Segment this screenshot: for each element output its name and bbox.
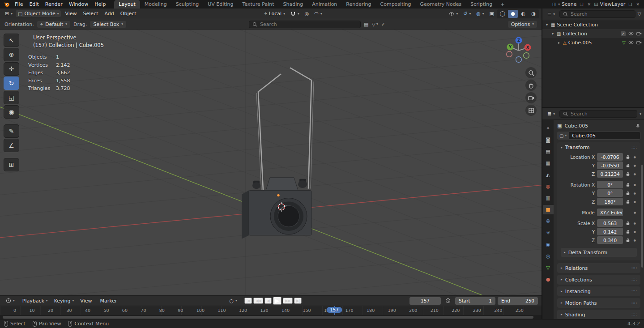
drag-handle-icon[interactable]: ∷∷ [632, 301, 637, 305]
properties-tab-collection[interactable]: ▥ [543, 193, 554, 203]
xray-toggle[interactable]: ▣ [487, 11, 496, 17]
app-menu-item[interactable]: Render [42, 0, 66, 9]
transform-value-field[interactable]: -0.0706▾ [597, 153, 623, 161]
timeline-ruler[interactable]: 0102030405060708090100110120130140150160… [0, 306, 542, 315]
outliner-filter-icon[interactable]: ▽ [638, 11, 641, 17]
properties-tab-material[interactable]: ● [543, 275, 554, 284]
lock-icon[interactable] [625, 230, 631, 234]
playhead-badge[interactable]: 157 [326, 307, 342, 313]
timeline-scrollbar[interactable] [0, 315, 542, 319]
app-menu-item[interactable]: Window [66, 0, 91, 9]
tool-search-input[interactable] [260, 21, 357, 27]
tool-annotate[interactable]: ✎ [4, 124, 19, 138]
lock-icon[interactable] [625, 200, 631, 204]
delete-scene-button[interactable]: ✕ [587, 2, 592, 7]
animate-decorator-icon[interactable]: ● [633, 211, 637, 214]
animate-decorator-icon[interactable]: ● [633, 200, 637, 203]
viewport-menu-item[interactable]: Add [102, 11, 117, 17]
hide-viewport-eye-icon[interactable] [628, 40, 634, 45]
transport-next-keyframe[interactable]: ▶▶ [283, 298, 293, 304]
properties-editor-type-button[interactable]: ≣ ▾ [545, 111, 557, 117]
transport-jump-to-end[interactable]: ▶| [294, 298, 302, 304]
pin-icon[interactable] [635, 124, 640, 128]
editor-type-button[interactable]: ⊞ ▾ [3, 11, 15, 17]
timeline-menu-item[interactable]: View [77, 298, 97, 304]
properties-scrollbar[interactable] [641, 165, 643, 268]
lock-icon[interactable] [625, 183, 631, 187]
view-layer-selector[interactable]: ▤ ViewLayer [594, 1, 625, 7]
expand-icon[interactable]: ▾ [550, 32, 555, 36]
auto-keying-toggle[interactable]: ○ ▾ [227, 298, 239, 304]
properties-tab-world[interactable]: ◍ [543, 182, 554, 191]
transform-value-field[interactable]: 0.563▾ [597, 219, 623, 227]
collapsed-panel[interactable]: ▸ Shading ∷∷ [557, 310, 640, 319]
scene-selector[interactable]: ◫ ▾ Scene [552, 1, 577, 7]
shading-material-preview[interactable]: ◐ [518, 10, 528, 18]
animate-decorator-icon[interactable]: ● [633, 239, 637, 242]
object-id-selector[interactable]: ▢ ▾ [557, 132, 569, 140]
disable-render-camera-icon[interactable] [636, 40, 642, 45]
properties-tab-particles[interactable]: ✳ [543, 228, 554, 238]
viewport-menu-item[interactable]: Object [117, 11, 140, 17]
show-overlays-toggle[interactable]: ◍ ▾ [474, 11, 486, 17]
breadcrumb-object-name[interactable]: Cube.005 [564, 123, 588, 129]
timeline-menu-item[interactable]: Keying▾ [51, 298, 77, 304]
tool-search[interactable] [249, 21, 361, 28]
transform-value-field[interactable]: 0°▾ [597, 189, 623, 197]
properties-tab-data[interactable]: ▽ [543, 263, 554, 273]
properties-tab-tool[interactable]: ⌖ [543, 124, 554, 133]
workspace-tab[interactable]: Texture Paint [238, 0, 279, 9]
properties-tab-view-layer[interactable]: ▦ [543, 158, 554, 168]
show-gizmos-toggle[interactable]: ↺ ▾ [461, 11, 473, 17]
3d-viewport[interactable]: User Perspective (157) Collection | Cube… [0, 30, 542, 295]
zoom-button[interactable] [525, 67, 537, 78]
workspace-tab[interactable]: Rendering [341, 0, 375, 9]
animate-decorator-icon[interactable]: ● [633, 183, 637, 186]
presets-icon[interactable]: ▤ [364, 21, 368, 27]
transport-previous-keyframe[interactable]: ◀◀ [253, 298, 263, 304]
options-dropdown[interactable]: Options ▾ [508, 21, 537, 28]
lock-icon[interactable] [625, 191, 631, 196]
show-object-types-button[interactable]: ▾ [447, 11, 460, 17]
new-view-layer-button[interactable]: ❏ [627, 2, 633, 7]
animate-decorator-icon[interactable]: ● [633, 222, 637, 225]
outliner-editor-type-button[interactable]: ≡ ▾ [545, 11, 557, 17]
mode-selector[interactable]: ▢ Object Mode ▾ [16, 10, 61, 17]
frame-start-field[interactable]: Start 1 [455, 297, 495, 305]
animate-decorator-icon[interactable]: ● [633, 230, 637, 233]
properties-tab-scene[interactable]: ◭ [543, 170, 554, 179]
collapsed-panel[interactable]: ▸ Motion Paths ∷∷ [557, 298, 640, 308]
properties-tab-object[interactable]: ■ [543, 205, 554, 214]
outliner-row-cube-005[interactable]: ▸ △ Cube.005 ▽ [542, 38, 644, 47]
pan-view-button[interactable] [525, 80, 537, 91]
proportional-falloff-selector[interactable]: ◠ ▾ [312, 11, 324, 17]
lock-icon[interactable] [625, 155, 631, 159]
drag-handle-icon[interactable]: ∷∷ [632, 277, 637, 282]
properties-tab-render[interactable]: ◙ [543, 135, 554, 145]
timeline-editor-type-button[interactable]: ▾ [4, 298, 17, 304]
remove-view-layer-button[interactable]: ✕ [635, 2, 640, 7]
hide-viewport-eye-icon[interactable] [628, 31, 634, 36]
properties-search-input[interactable] [571, 111, 634, 117]
properties-search[interactable] [559, 110, 637, 118]
animate-decorator-icon[interactable]: ● [633, 155, 637, 158]
filter-dropdown[interactable]: ▽ ▾ [371, 21, 378, 27]
workspace-tab[interactable]: Scripting [466, 0, 497, 9]
workspace-tab[interactable]: Layout [114, 0, 140, 9]
viewport-menu-item[interactable]: Select [80, 11, 102, 17]
transform-value-field[interactable]: 0.142▾ [597, 228, 623, 235]
snap-state-icon[interactable]: ✓ [381, 21, 385, 27]
properties-tab-physics[interactable]: ◉ [543, 240, 554, 249]
delta-transform-section[interactable]: ▸ Delta Transform [561, 248, 637, 257]
transform-value-field[interactable]: XYZ Euler▾ [597, 209, 623, 216]
drag-handle-icon[interactable]: ∷∷ [632, 289, 637, 294]
animate-decorator-icon[interactable]: ● [633, 192, 637, 195]
preview-range-toggle[interactable] [443, 298, 453, 304]
tool-measure[interactable]: ∠ [4, 139, 19, 152]
proportional-editing-toggle[interactable]: ◎ [303, 11, 311, 17]
transport-play-reverse[interactable]: ◀ [264, 298, 272, 304]
new-scene-button[interactable]: ❏ [579, 2, 584, 7]
current-frame-field[interactable]: 157 [409, 297, 441, 305]
tool-move[interactable]: ✛ [4, 62, 19, 76]
toggle-orthographic-button[interactable] [525, 105, 537, 116]
